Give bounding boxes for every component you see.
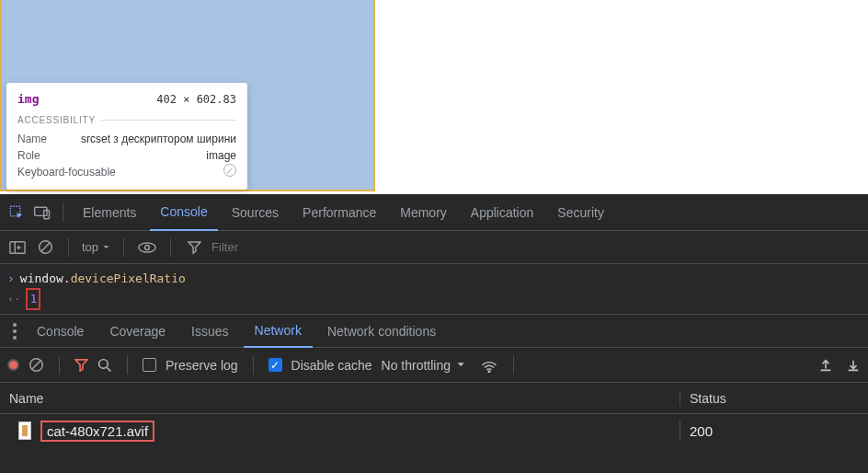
context-selector[interactable]: top: [82, 240, 110, 254]
request-status: 200: [680, 423, 868, 439]
svg-point-7: [139, 243, 155, 252]
disable-cache-checkbox[interactable]: [268, 358, 282, 372]
code-object: window: [20, 271, 63, 285]
clear-console-icon[interactable]: [35, 237, 55, 258]
element-tooltip: img 402 × 602.83 ACCESSIBILITY Namesrcse…: [6, 83, 247, 190]
svg-point-11: [99, 359, 108, 368]
live-expression-icon[interactable]: [137, 237, 157, 258]
device-toggle-icon[interactable]: [31, 202, 53, 224]
drawer-tab-coverage[interactable]: Coverage: [98, 315, 177, 348]
tooltip-tag: img: [17, 92, 39, 106]
chevron-down-icon: [454, 360, 471, 371]
network-toolbar: Preserve log Disable cache No throttling: [0, 348, 868, 383]
svg-point-13: [488, 370, 490, 372]
context-label: top: [82, 240, 98, 254]
tab-security[interactable]: Security: [547, 194, 614, 231]
preserve-log-checkbox[interactable]: [143, 358, 156, 372]
separator: [68, 238, 69, 257]
svg-line-6: [41, 243, 50, 251]
devtools-panel: Elements Console Sources Performance Mem…: [0, 194, 868, 473]
role-label: Role: [17, 147, 40, 164]
svg-point-8: [145, 245, 150, 249]
file-icon: [18, 421, 31, 440]
chevron-down-icon: [102, 243, 110, 251]
filter-icon[interactable]: [74, 358, 88, 372]
download-icon[interactable]: [846, 358, 861, 373]
upload-icon[interactable]: [818, 358, 833, 373]
tab-memory[interactable]: Memory: [390, 194, 457, 231]
separator: [63, 203, 63, 222]
svg-rect-1: [35, 207, 47, 215]
tooltip-dimensions: 402 × 602.83: [156, 93, 236, 106]
console-toolbar: top: [0, 231, 868, 264]
prompt-icon: ›: [7, 270, 15, 288]
filter-icon: [184, 237, 204, 258]
not-focusable-icon: [223, 164, 236, 177]
separator: [253, 356, 254, 375]
network-conditions-icon[interactable]: [480, 358, 498, 373]
tab-elements[interactable]: Elements: [73, 194, 146, 231]
tab-performance[interactable]: Performance: [292, 194, 386, 231]
drawer-tab-console[interactable]: Console: [26, 315, 95, 348]
separator: [513, 356, 514, 375]
column-status[interactable]: Status: [680, 391, 868, 406]
filter-input[interactable]: [211, 240, 322, 254]
separator: [123, 238, 124, 257]
drawer-tab-network[interactable]: Network: [244, 315, 313, 348]
separator: [170, 238, 171, 257]
sidebar-toggle-icon[interactable]: [7, 237, 28, 258]
name-value: srcset з дескриптором ширини: [81, 131, 236, 147]
column-name[interactable]: Name: [0, 391, 680, 406]
svg-line-12: [107, 367, 110, 371]
throttling-value: No throttling: [382, 358, 451, 373]
tab-application[interactable]: Application: [461, 194, 544, 231]
search-icon[interactable]: [97, 358, 112, 373]
network-table-header: Name Status: [0, 383, 868, 414]
viewport: img 402 × 602.83 ACCESSIBILITY Namesrcse…: [0, 0, 868, 194]
throttling-selector[interactable]: No throttling: [382, 358, 471, 373]
console-result: 1: [26, 288, 40, 310]
result-arrow-icon: ‹·: [7, 290, 20, 308]
request-name: cat-480x721.avif: [40, 421, 154, 442]
main-tabbar: Elements Console Sources Performance Mem…: [0, 194, 868, 231]
svg-line-10: [32, 361, 40, 369]
disable-cache-label: Disable cache: [291, 358, 372, 373]
record-button[interactable]: [7, 359, 19, 371]
clear-icon[interactable]: [29, 357, 44, 373]
role-value: image: [206, 147, 236, 164]
table-row[interactable]: cat-480x721.avif 200: [0, 414, 868, 447]
keyboard-focusable-label: Keyboard-focusable: [17, 164, 116, 180]
tooltip-section-label: ACCESSIBILITY: [17, 115, 236, 125]
drawer-tabbar: Console Coverage Issues Network Network …: [0, 315, 868, 348]
tab-sources[interactable]: Sources: [222, 194, 289, 231]
drawer-tab-network-conditions[interactable]: Network conditions: [316, 315, 447, 348]
more-icon[interactable]: [7, 323, 22, 340]
console-body[interactable]: › window.devicePixelRatio ‹· 1: [0, 264, 868, 315]
console-input-line: › window.devicePixelRatio: [7, 270, 861, 288]
console-result-line: ‹· 1: [7, 288, 861, 310]
tab-console[interactable]: Console: [150, 194, 217, 231]
preserve-log-label: Preserve log: [166, 358, 238, 373]
separator: [127, 356, 128, 375]
separator: [59, 356, 60, 375]
name-label: Name: [17, 131, 47, 147]
code-property: devicePixelRatio: [71, 271, 186, 285]
inspect-icon[interactable]: [6, 202, 28, 224]
drawer-tab-issues[interactable]: Issues: [180, 315, 239, 348]
